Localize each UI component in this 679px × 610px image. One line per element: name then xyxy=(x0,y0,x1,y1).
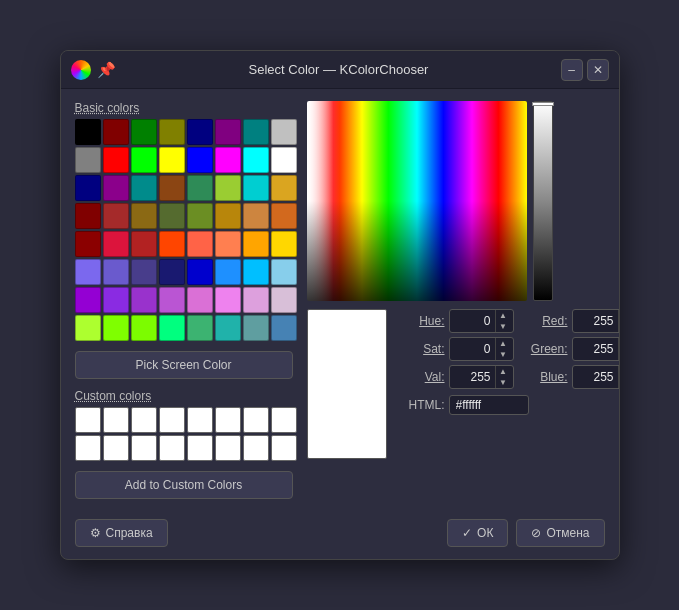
html-input[interactable] xyxy=(449,395,529,415)
custom-color-swatch[interactable] xyxy=(159,407,185,433)
close-button[interactable]: ✕ xyxy=(587,59,609,81)
basic-color-swatch[interactable] xyxy=(75,315,101,341)
basic-color-swatch[interactable] xyxy=(131,175,157,201)
custom-color-swatch[interactable] xyxy=(215,435,241,461)
basic-color-swatch[interactable] xyxy=(187,259,213,285)
custom-color-swatch[interactable] xyxy=(159,435,185,461)
green-spinbox[interactable]: ▲ ▼ xyxy=(572,337,620,361)
custom-color-swatch[interactable] xyxy=(103,407,129,433)
basic-color-swatch[interactable] xyxy=(103,119,129,145)
pick-screen-color-button[interactable]: Pick Screen Color xyxy=(75,351,293,379)
basic-color-swatch[interactable] xyxy=(131,203,157,229)
basic-color-swatch[interactable] xyxy=(131,119,157,145)
red-input[interactable] xyxy=(573,314,618,328)
basic-color-swatch[interactable] xyxy=(243,119,269,145)
basic-color-swatch[interactable] xyxy=(215,287,241,313)
hue-input[interactable] xyxy=(450,314,495,328)
custom-color-swatch[interactable] xyxy=(271,407,297,433)
sat-spin-down[interactable]: ▼ xyxy=(496,349,511,360)
basic-color-swatch[interactable] xyxy=(187,315,213,341)
custom-color-swatch[interactable] xyxy=(187,407,213,433)
basic-color-swatch[interactable] xyxy=(103,147,129,173)
basic-color-swatch[interactable] xyxy=(75,287,101,313)
sat-spinbox[interactable]: ▲ ▼ xyxy=(449,337,514,361)
basic-color-swatch[interactable] xyxy=(243,203,269,229)
basic-color-swatch[interactable] xyxy=(271,315,297,341)
blue-spinbox[interactable]: ▲ ▼ xyxy=(572,365,620,389)
custom-color-swatch[interactable] xyxy=(243,435,269,461)
blue-spin-down[interactable]: ▼ xyxy=(619,377,620,388)
basic-color-swatch[interactable] xyxy=(103,259,129,285)
basic-color-swatch[interactable] xyxy=(159,231,185,257)
basic-color-swatch[interactable] xyxy=(103,287,129,313)
pin-icon[interactable]: 📌 xyxy=(97,60,117,80)
custom-color-swatch[interactable] xyxy=(271,435,297,461)
red-spin-up[interactable]: ▲ xyxy=(619,310,620,321)
green-input[interactable] xyxy=(573,342,618,356)
basic-color-swatch[interactable] xyxy=(215,175,241,201)
basic-color-swatch[interactable] xyxy=(75,259,101,285)
basic-color-swatch[interactable] xyxy=(243,175,269,201)
basic-color-swatch[interactable] xyxy=(243,231,269,257)
sat-input[interactable] xyxy=(450,342,495,356)
basic-color-swatch[interactable] xyxy=(159,287,185,313)
basic-color-swatch[interactable] xyxy=(103,231,129,257)
basic-color-swatch[interactable] xyxy=(75,119,101,145)
help-button[interactable]: ⚙ Справка xyxy=(75,519,168,547)
basic-color-swatch[interactable] xyxy=(271,175,297,201)
cancel-button[interactable]: ⊘ Отмена xyxy=(516,519,604,547)
basic-color-swatch[interactable] xyxy=(159,175,185,201)
hue-slider[interactable] xyxy=(533,101,553,301)
custom-color-swatch[interactable] xyxy=(131,407,157,433)
basic-color-swatch[interactable] xyxy=(131,231,157,257)
custom-color-swatch[interactable] xyxy=(131,435,157,461)
basic-color-swatch[interactable] xyxy=(271,287,297,313)
basic-color-swatch[interactable] xyxy=(75,147,101,173)
basic-color-swatch[interactable] xyxy=(243,315,269,341)
basic-color-swatch[interactable] xyxy=(103,315,129,341)
basic-color-swatch[interactable] xyxy=(131,315,157,341)
hue-spinbox[interactable]: ▲ ▼ xyxy=(449,309,514,333)
basic-color-swatch[interactable] xyxy=(131,287,157,313)
green-spin-down[interactable]: ▼ xyxy=(619,349,620,360)
custom-color-swatch[interactable] xyxy=(243,407,269,433)
basic-color-swatch[interactable] xyxy=(159,119,185,145)
add-custom-color-button[interactable]: Add to Custom Colors xyxy=(75,471,293,499)
basic-color-swatch[interactable] xyxy=(159,315,185,341)
sat-spin-up[interactable]: ▲ xyxy=(496,338,511,349)
basic-color-swatch[interactable] xyxy=(75,203,101,229)
basic-color-swatch[interactable] xyxy=(271,259,297,285)
hue-spin-up[interactable]: ▲ xyxy=(496,310,511,321)
basic-color-swatch[interactable] xyxy=(159,203,185,229)
basic-color-swatch[interactable] xyxy=(75,231,101,257)
color-gradient-canvas[interactable] xyxy=(307,101,527,301)
basic-color-swatch[interactable] xyxy=(103,203,129,229)
custom-color-swatch[interactable] xyxy=(75,407,101,433)
basic-color-swatch[interactable] xyxy=(187,175,213,201)
basic-color-swatch[interactable] xyxy=(243,287,269,313)
basic-color-swatch[interactable] xyxy=(75,175,101,201)
basic-color-swatch[interactable] xyxy=(243,147,269,173)
basic-color-swatch[interactable] xyxy=(103,175,129,201)
val-spinbox[interactable]: ▲ ▼ xyxy=(449,365,514,389)
val-spin-down[interactable]: ▼ xyxy=(496,377,511,388)
custom-color-swatch[interactable] xyxy=(75,435,101,461)
red-spinbox[interactable]: ▲ ▼ xyxy=(572,309,620,333)
basic-color-swatch[interactable] xyxy=(187,203,213,229)
basic-color-swatch[interactable] xyxy=(271,231,297,257)
green-spin-up[interactable]: ▲ xyxy=(619,338,620,349)
val-spin-up[interactable]: ▲ xyxy=(496,366,511,377)
minimize-button[interactable]: – xyxy=(561,59,583,81)
hue-spin-down[interactable]: ▼ xyxy=(496,321,511,332)
custom-color-swatch[interactable] xyxy=(187,435,213,461)
basic-color-swatch[interactable] xyxy=(187,147,213,173)
basic-color-swatch[interactable] xyxy=(271,203,297,229)
basic-color-swatch[interactable] xyxy=(271,147,297,173)
basic-color-swatch[interactable] xyxy=(215,203,241,229)
blue-input[interactable] xyxy=(573,370,618,384)
val-input[interactable] xyxy=(450,370,495,384)
basic-color-swatch[interactable] xyxy=(243,259,269,285)
blue-spin-up[interactable]: ▲ xyxy=(619,366,620,377)
basic-color-swatch[interactable] xyxy=(187,231,213,257)
basic-color-swatch[interactable] xyxy=(215,147,241,173)
